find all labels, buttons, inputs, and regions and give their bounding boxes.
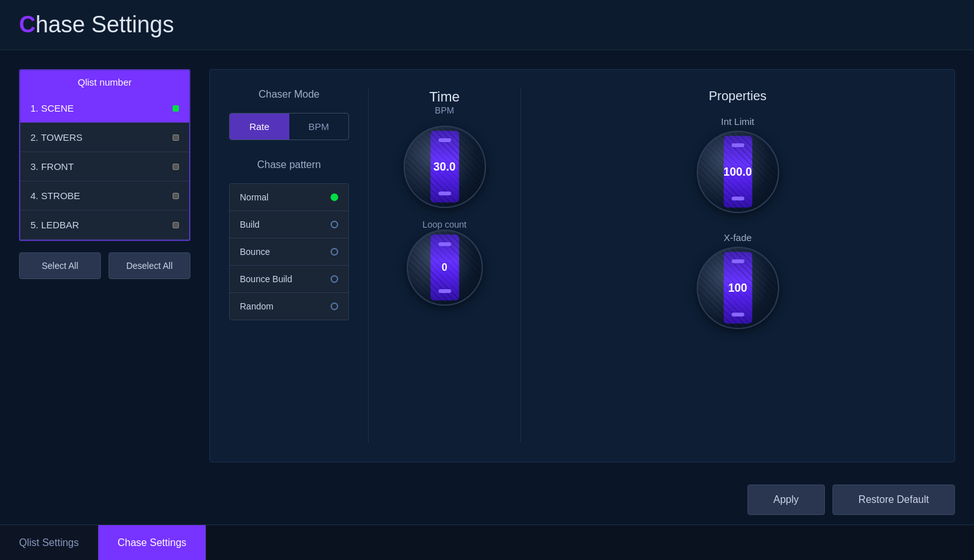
qlist-indicator-1 [173, 105, 179, 112]
time-subtitle: BPM [429, 105, 459, 115]
qlist-indicator-4 [173, 193, 179, 199]
action-buttons: Select All Deselect All [19, 252, 190, 279]
properties-title: Properties [540, 89, 935, 103]
loop-count-knob[interactable]: 0 [407, 230, 483, 306]
radio-normal [331, 193, 338, 201]
radio-bounce-build [331, 275, 338, 283]
time-section: Time BPM 30.0 Loop count 0 [369, 89, 521, 443]
int-limit-tick-top [732, 143, 744, 147]
bottom-tabs: Qlist Settings Chase Settings [0, 524, 974, 560]
loop-count-label: Loop count [423, 219, 466, 230]
mode-tab-rate[interactable]: Rate [230, 114, 289, 140]
qlist-indicator-2 [173, 134, 179, 141]
header: Chase Settings [0, 0, 974, 50]
qlist-item-3[interactable]: 3. FRONT [20, 152, 189, 181]
chase-pattern-title: Chase pattern [229, 159, 349, 171]
time-title: Time [429, 89, 459, 105]
xfade-tick-bottom [732, 313, 744, 316]
loop-tick-top [438, 242, 451, 246]
loop-count-value: 0 [442, 262, 447, 273]
int-limit-label: Int Limit [721, 116, 754, 127]
mode-tabs: Rate BPM [229, 113, 349, 140]
main-content: Qlist number 1. SCENE 2. TOWERS 3. FRONT… [0, 50, 974, 475]
pattern-item-build[interactable]: Build [230, 211, 348, 238]
bottom-toolbar: Apply Restore Default [0, 475, 974, 524]
radio-build [331, 221, 338, 228]
mode-tab-bpm[interactable]: BPM [289, 114, 349, 140]
page-title: Chase Settings [19, 11, 174, 38]
qlist-container: Qlist number 1. SCENE 2. TOWERS 3. FRONT… [19, 69, 190, 241]
time-header: Time BPM [429, 89, 459, 115]
radio-random [331, 303, 338, 310]
qlist-item-5[interactable]: 5. LEDBAR [20, 211, 189, 240]
loop-count-container: Loop count 0 [407, 214, 483, 306]
qlist-indicator-5 [173, 222, 179, 228]
tab-chase-settings[interactable]: Chase Settings [98, 525, 206, 560]
xfade-knob[interactable]: 100 [697, 247, 779, 329]
loop-tick-bottom [438, 289, 451, 293]
properties-section: Properties Int Limit 100.0 X-fade 100 [521, 89, 935, 443]
title-accent: C [19, 11, 36, 37]
int-limit-item: Int Limit 100.0 [697, 116, 779, 213]
pattern-list: Normal Build Bounce Bounce Build Random [229, 183, 349, 320]
pattern-item-normal[interactable]: Normal [230, 184, 348, 211]
xfade-value: 100 [728, 282, 747, 295]
knob-tick-top [438, 138, 451, 142]
restore-default-button[interactable]: Restore Default [833, 485, 955, 515]
radio-bounce [331, 248, 338, 256]
qlist-indicator-3 [173, 164, 179, 170]
int-limit-value: 100.0 [723, 166, 752, 179]
time-knob-container: 30.0 [404, 126, 486, 208]
pattern-item-bounce-build[interactable]: Bounce Build [230, 266, 348, 293]
xfade-tick-top [732, 259, 744, 263]
qlist-item-1[interactable]: 1. SCENE [20, 94, 189, 123]
knob-tick-bottom [438, 192, 451, 195]
pattern-item-random[interactable]: Random [230, 293, 348, 320]
xfade-item: X-fade 100 [697, 232, 779, 329]
properties-grid: Int Limit 100.0 X-fade 100 [540, 116, 935, 329]
qlist-header: Qlist number [20, 70, 189, 94]
deselect-all-button[interactable]: Deselect All [109, 252, 190, 279]
qlist-item-2[interactable]: 2. TOWERS [20, 123, 189, 152]
left-panel: Qlist number 1. SCENE 2. TOWERS 3. FRONT… [19, 69, 190, 462]
select-all-button[interactable]: Select All [19, 252, 101, 279]
chaser-mode-title: Chaser Mode [229, 89, 349, 100]
pattern-item-bounce[interactable]: Bounce [230, 238, 348, 266]
qlist-item-4[interactable]: 4. STROBE [20, 181, 189, 211]
int-limit-tick-bottom [732, 197, 744, 200]
xfade-label: X-fade [723, 232, 751, 243]
time-value: 30.0 [433, 160, 456, 174]
int-limit-knob[interactable]: 100.0 [697, 131, 779, 213]
tab-qlist-settings[interactable]: Qlist Settings [0, 525, 98, 560]
apply-button[interactable]: Apply [747, 485, 825, 515]
chaser-section: Chaser Mode Rate BPM Chase pattern Norma… [229, 89, 369, 443]
center-panel: Chaser Mode Rate BPM Chase pattern Norma… [209, 69, 955, 462]
time-knob[interactable]: 30.0 [404, 126, 486, 208]
